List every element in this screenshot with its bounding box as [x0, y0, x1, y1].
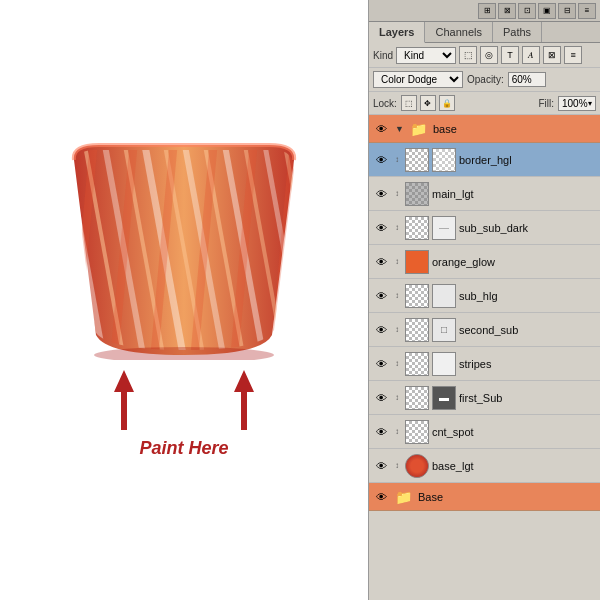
lock-row: Lock: ⬚ ✥ 🔒 Fill: 100% ▾	[369, 92, 600, 115]
layer-name-orange-glow: orange_glow	[432, 256, 600, 268]
arrow-right	[234, 370, 254, 430]
link-icon-border-hgl[interactable]: ↕	[392, 152, 402, 168]
eye-icon-base[interactable]: 👁	[373, 121, 389, 137]
cupcake-illustration	[44, 140, 324, 360]
thumb2-stripes	[432, 352, 456, 376]
fill-label: Fill:	[538, 98, 554, 109]
tab-channels[interactable]: Channels	[425, 22, 492, 42]
filter-icon-5[interactable]: ⊠	[543, 46, 561, 64]
toolbar-icon-4[interactable]: ▣	[538, 3, 556, 19]
thumb-stripes	[405, 352, 429, 376]
filter-icon-2[interactable]: ◎	[480, 46, 498, 64]
opacity-label: Opacity:	[467, 74, 504, 85]
arrows-area	[64, 370, 304, 430]
layer-name-base: base	[433, 123, 600, 135]
link-icon-sub-hlg[interactable]: ↕	[392, 288, 402, 304]
thumb-border-hgl	[405, 148, 429, 172]
panel-toolbar: ⊞ ⊠ ⊡ ▣ ⊟ ≡	[369, 0, 600, 22]
layer-row-first-sub[interactable]: 👁 ↕ ▬ first_Sub	[369, 381, 600, 415]
link-icon-sub-sub-dark[interactable]: ↕	[392, 220, 402, 236]
layer-name-base-lgt: base_lgt	[432, 460, 600, 472]
thumb-base-lgt	[405, 454, 429, 478]
tab-layers[interactable]: Layers	[369, 22, 425, 43]
lock-pixels-icon[interactable]: ⬚	[401, 95, 417, 111]
blend-row: Color Dodge Opacity: 60%	[369, 68, 600, 92]
thumb-orange-glow	[405, 250, 429, 274]
layer-row-stripes[interactable]: 👁 ↕ stripes	[369, 347, 600, 381]
filter-icon-3[interactable]: T	[501, 46, 519, 64]
layer-name-Base: Base	[418, 491, 600, 503]
layer-group-base[interactable]: 👁 ▼ 📁 base	[369, 115, 600, 143]
toolbar-icon-3[interactable]: ⊡	[518, 3, 536, 19]
lock-label: Lock:	[373, 98, 397, 109]
eye-icon-second-sub[interactable]: 👁	[373, 322, 389, 338]
arrow-left	[114, 370, 134, 430]
link-icon-second-sub[interactable]: ↕	[392, 322, 402, 338]
thumb2-sub-sub-dark: —	[432, 216, 456, 240]
layer-row-sub-hlg[interactable]: 👁 ↕ sub_hlg	[369, 279, 600, 313]
eye-icon-orange-glow[interactable]: 👁	[373, 254, 389, 270]
layer-row-orange-glow[interactable]: 👁 ↕ orange_glow	[369, 245, 600, 279]
link-icon-stripes[interactable]: ↕	[392, 356, 402, 372]
link-icon-main-lgt[interactable]: ↕	[392, 186, 402, 202]
link-icon-first-sub[interactable]: ↕	[392, 390, 402, 406]
tab-paths[interactable]: Paths	[493, 22, 542, 42]
svg-marker-20	[234, 370, 254, 430]
thumb-first-sub	[405, 386, 429, 410]
filter-icon-1[interactable]: ⬚	[459, 46, 477, 64]
layer-name-main-lgt: main_lgt	[432, 188, 600, 200]
layer-row-main-lgt[interactable]: 👁 ↕ main_lgt	[369, 177, 600, 211]
layers-list: 👁 ▼ 📁 base 👁 ↕ border_hgl 👁 ↕ main_lgt	[369, 115, 600, 600]
toolbar-icon-5[interactable]: ⊟	[558, 3, 576, 19]
kind-label: Kind	[373, 50, 393, 61]
lock-all-icon[interactable]: 🔒	[439, 95, 455, 111]
panel-menu-icon[interactable]: ≡	[578, 3, 596, 19]
kind-row: Kind Kind ⬚ ◎ T 𝐴 ⊠ ≡	[369, 43, 600, 68]
thumb2-border-hgl	[432, 148, 456, 172]
group-triangle-base: ▼	[395, 124, 404, 134]
link-icon-base-lgt[interactable]: ↕	[392, 458, 402, 474]
kind-dropdown[interactable]: Kind	[396, 47, 456, 64]
layer-row-base-lgt[interactable]: 👁 ↕ base_lgt	[369, 449, 600, 483]
lock-position-icon[interactable]: ✥	[420, 95, 436, 111]
lock-icons: ⬚ ✥ 🔒	[401, 95, 455, 111]
eye-icon-Base[interactable]: 👁	[373, 489, 389, 505]
layer-row-cnt-spot[interactable]: 👁 ↕ cnt_spot	[369, 415, 600, 449]
eye-icon-cnt-spot[interactable]: 👁	[373, 424, 389, 440]
thumb2-first-sub: ▬	[432, 386, 456, 410]
opacity-value[interactable]: 60%	[508, 72, 546, 87]
thumb-second-sub	[405, 318, 429, 342]
svg-marker-19	[114, 370, 134, 430]
eye-icon-first-sub[interactable]: 👁	[373, 390, 389, 406]
layer-name-first-sub: first_Sub	[459, 392, 600, 404]
layer-name-cnt-spot: cnt_spot	[432, 426, 600, 438]
toolbar-icon-2[interactable]: ⊠	[498, 3, 516, 19]
layer-name-second-sub: second_sub	[459, 324, 600, 336]
layer-group-Base[interactable]: 👁 📁 Base	[369, 483, 600, 511]
layers-panel: ⊞ ⊠ ⊡ ▣ ⊟ ≡ Layers Channels Paths Kind K…	[368, 0, 600, 600]
eye-icon-sub-hlg[interactable]: 👁	[373, 288, 389, 304]
layer-name-sub-hlg: sub_hlg	[459, 290, 600, 302]
link-icon-orange-glow[interactable]: ↕	[392, 254, 402, 270]
fill-value[interactable]: 100% ▾	[558, 96, 596, 111]
eye-icon-base-lgt[interactable]: 👁	[373, 458, 389, 474]
canvas-area: Paint Here	[0, 0, 368, 600]
thumb-sub-hlg	[405, 284, 429, 308]
filter-icon-6[interactable]: ≡	[564, 46, 582, 64]
layer-row-sub-sub-dark[interactable]: 👁 ↕ — sub_sub_dark	[369, 211, 600, 245]
eye-icon-stripes[interactable]: 👁	[373, 356, 389, 372]
layer-row-second-sub[interactable]: 👁 ↕ □ second_sub	[369, 313, 600, 347]
eye-icon-border-hgl[interactable]: 👁	[373, 152, 389, 168]
folder-icon-base: 📁	[410, 121, 427, 137]
eye-icon-main-lgt[interactable]: 👁	[373, 186, 389, 202]
cupcake-wrapper: Paint Here	[44, 140, 324, 460]
layer-name-sub-sub-dark: sub_sub_dark	[459, 222, 600, 234]
blend-mode-dropdown[interactable]: Color Dodge	[373, 71, 463, 88]
link-icon-cnt-spot[interactable]: ↕	[392, 424, 402, 440]
eye-icon-sub-sub-dark[interactable]: 👁	[373, 220, 389, 236]
thumb-cnt-spot	[405, 420, 429, 444]
toolbar-icon-1[interactable]: ⊞	[478, 3, 496, 19]
filter-icon-4[interactable]: 𝐴	[522, 46, 540, 64]
layer-row-border-hgl[interactable]: 👁 ↕ border_hgl	[369, 143, 600, 177]
folder-icon-Base: 📁	[395, 489, 412, 505]
